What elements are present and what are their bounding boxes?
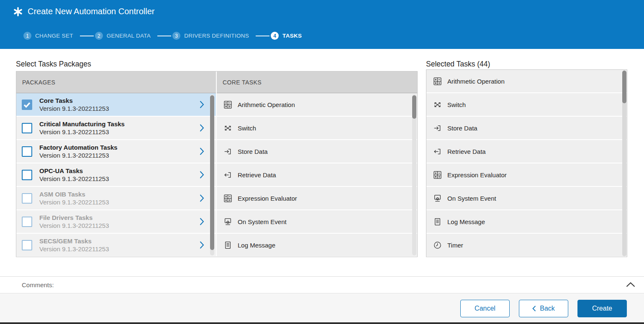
package-name: Core Tasks xyxy=(39,97,109,105)
shuffle-icon xyxy=(224,124,232,132)
selected-tasks-scrollbar[interactable] xyxy=(622,70,626,256)
calculator-icon xyxy=(434,171,441,179)
task-row[interactable]: Log Message xyxy=(426,210,627,233)
back-button[interactable]: Back xyxy=(519,300,568,317)
comments-bar[interactable]: Comments: xyxy=(0,276,644,293)
package-text: OPC-UA TasksVersion 9.1.3-202211253 xyxy=(39,167,109,183)
cancel-button[interactable]: Cancel xyxy=(460,300,510,317)
step-tasks[interactable]: 4 TASKS xyxy=(271,32,302,40)
package-name: File Drivers Tasks xyxy=(39,214,109,222)
task-label: Timer xyxy=(447,242,463,249)
create-button[interactable]: Create xyxy=(577,300,627,317)
back-button-label: Back xyxy=(540,305,555,312)
chevron-right-icon[interactable] xyxy=(200,218,204,226)
package-checkbox[interactable] xyxy=(22,123,32,133)
task-row[interactable]: Store Data xyxy=(217,140,417,163)
task-label: Log Message xyxy=(238,242,275,249)
step-connector xyxy=(157,36,171,36)
step-label: TASKS xyxy=(282,33,302,39)
step-label: GENERAL DATA xyxy=(107,33,151,39)
core-tasks-scrollbar[interactable] xyxy=(412,94,416,255)
task-label: Store Data xyxy=(447,125,477,132)
task-row[interactable]: On System Event xyxy=(217,210,417,233)
chevron-right-icon[interactable] xyxy=(200,241,204,249)
step-drivers-definitions[interactable]: 3 DRIVERS DEFINITIONS xyxy=(172,32,249,40)
cancel-button-label: Cancel xyxy=(475,305,495,312)
task-label: Switch xyxy=(447,101,466,108)
selected-tasks-title: Selected Tasks (44) xyxy=(426,60,490,69)
task-label: Expression Evaluator xyxy=(447,171,507,179)
task-label: On System Event xyxy=(447,195,496,202)
chevron-right-icon[interactable] xyxy=(200,194,204,202)
task-label: Store Data xyxy=(238,148,268,155)
step-connector xyxy=(80,36,94,36)
task-label: Retrieve Data xyxy=(238,171,276,179)
step-general-data[interactable]: 2 GENERAL DATA xyxy=(95,32,151,40)
chevron-right-icon[interactable] xyxy=(200,171,204,179)
wizard-header: Create New Automation Controller 1 CHANG… xyxy=(0,0,644,49)
scrollbar-thumb[interactable] xyxy=(210,95,214,250)
task-row[interactable]: Log Message xyxy=(217,234,417,256)
task-row[interactable]: On System Event xyxy=(426,187,627,209)
task-row[interactable]: Store Data xyxy=(426,117,627,139)
package-version: Version 9.1.3-202211253 xyxy=(39,245,109,253)
package-text: ASM OIB TasksVersion 9.1.3-202211253 xyxy=(39,190,109,206)
package-checkbox[interactable] xyxy=(22,193,32,204)
check-icon xyxy=(23,100,31,109)
log-message-icon xyxy=(434,218,441,226)
package-row[interactable]: Core TasksVersion 9.1.3-202211253 xyxy=(16,93,216,116)
task-row[interactable]: Expression Evaluator xyxy=(426,163,627,186)
package-version: Version 9.1.3-202211253 xyxy=(39,198,109,206)
task-row[interactable]: Timer xyxy=(426,234,627,256)
log-message-icon xyxy=(224,241,232,249)
task-row[interactable]: Switch xyxy=(426,93,627,116)
select-tasks-packages-title: Select Tasks Packages xyxy=(16,60,91,69)
calculator-icon xyxy=(224,101,232,109)
step-number: 3 xyxy=(172,32,180,40)
chevron-up-icon[interactable] xyxy=(626,282,635,287)
task-row[interactable]: Expression Evaluator xyxy=(217,187,417,209)
package-version: Version 9.1.3-202211253 xyxy=(39,175,109,183)
comments-label: Comments: xyxy=(22,281,54,288)
packages-scrollbar[interactable] xyxy=(210,94,214,255)
task-row[interactable]: Retrieve Data xyxy=(217,163,417,186)
task-label: Switch xyxy=(238,125,256,132)
task-label: Arithmetic Operation xyxy=(447,78,505,85)
package-checkbox[interactable] xyxy=(22,146,32,157)
calculator-icon xyxy=(434,77,441,85)
footer-bar: Cancel Back Create xyxy=(0,294,644,324)
task-row[interactable]: Arithmetic Operation xyxy=(217,93,417,116)
package-row[interactable]: Factory Automation TasksVersion 9.1.3-20… xyxy=(16,140,216,163)
timer-icon xyxy=(434,241,441,249)
task-label: Retrieve Data xyxy=(447,148,486,155)
package-version: Version 9.1.3-202211253 xyxy=(39,105,109,112)
package-row[interactable]: File Drivers TasksVersion 9.1.3-20221125… xyxy=(16,210,216,233)
task-row[interactable]: Arithmetic Operation xyxy=(426,70,627,92)
task-row[interactable]: Switch xyxy=(217,117,417,139)
scrollbar-thumb[interactable] xyxy=(622,71,626,103)
step-connector xyxy=(256,36,269,36)
core-tasks-column: CORE TASKS Arithmetic OperationSwitchSto… xyxy=(216,71,417,257)
task-row[interactable]: Retrieve Data xyxy=(426,140,627,163)
chevron-right-icon[interactable] xyxy=(200,124,204,132)
package-checkbox[interactable] xyxy=(22,217,32,227)
retrieve-data-icon xyxy=(224,171,232,179)
packages-column: PACKAGES Core TasksVersion 9.1.3-2022112… xyxy=(16,71,216,257)
store-data-icon xyxy=(434,124,441,132)
package-checkbox[interactable] xyxy=(22,240,32,250)
package-version: Version 9.1.3-202211253 xyxy=(39,128,125,136)
step-label: CHANGE SET xyxy=(35,33,73,39)
package-checkbox[interactable] xyxy=(22,170,32,180)
package-checkbox[interactable] xyxy=(22,99,32,110)
chevron-right-icon[interactable] xyxy=(200,148,204,156)
package-row[interactable]: SECS/GEM TasksVersion 9.1.3-202211253 xyxy=(16,234,216,256)
title-row: Create New Automation Controller xyxy=(13,7,154,16)
package-row[interactable]: ASM OIB TasksVersion 9.1.3-202211253 xyxy=(16,187,216,209)
step-change-set[interactable]: 1 CHANGE SET xyxy=(23,32,73,40)
package-row[interactable]: OPC-UA TasksVersion 9.1.3-202211253 xyxy=(16,163,216,186)
scrollbar-thumb[interactable] xyxy=(412,95,416,119)
package-name: Factory Automation Tasks xyxy=(39,143,118,151)
package-text: File Drivers TasksVersion 9.1.3-20221125… xyxy=(39,214,109,230)
package-row[interactable]: Critical Manufacturing TasksVersion 9.1.… xyxy=(16,117,216,139)
chevron-right-icon[interactable] xyxy=(200,101,204,109)
